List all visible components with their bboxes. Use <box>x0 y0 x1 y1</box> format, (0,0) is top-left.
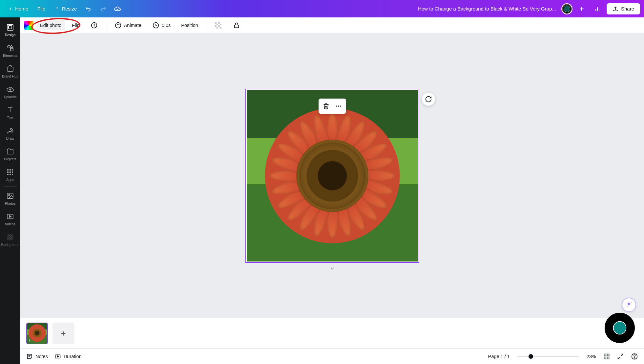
text-icon <box>6 106 14 114</box>
more-horizontal-icon <box>335 103 342 109</box>
svg-rect-45 <box>220 27 221 29</box>
sidebar-item-brand-hub[interactable]: Brand Hub <box>0 61 20 81</box>
transparency-icon <box>214 21 222 29</box>
redo-button[interactable] <box>96 2 110 15</box>
svg-line-28 <box>7 234 11 238</box>
cloud-check-icon <box>114 5 121 12</box>
svg-rect-44 <box>217 27 218 29</box>
duration-button[interactable]: 5.0s <box>148 19 175 32</box>
sidebar-item-uploads[interactable]: Uploads <box>0 81 20 102</box>
bar-chart-icon <box>594 6 601 12</box>
cloud-sync-button[interactable] <box>111 2 124 15</box>
user-avatar[interactable] <box>561 3 572 14</box>
zoom-value: 23% <box>587 354 596 359</box>
info-button[interactable] <box>86 19 102 32</box>
svg-marker-26 <box>10 216 11 217</box>
animate-button[interactable]: Animate <box>110 19 145 32</box>
file-menu[interactable]: File <box>33 3 49 14</box>
element-floating-toolbar <box>319 99 346 114</box>
page-indicator: Page 1 / 1 <box>488 354 510 359</box>
add-member-button[interactable] <box>575 2 588 15</box>
svg-rect-21 <box>10 174 11 175</box>
sidebar-label: Brand Hub <box>2 74 18 78</box>
page-thumbnail[interactable]: 1 <box>26 323 48 344</box>
svg-point-47 <box>336 105 337 106</box>
sunflower-photo[interactable] <box>247 90 418 262</box>
canvas-stage[interactable] <box>20 33 644 318</box>
svg-point-48 <box>338 105 339 106</box>
svg-rect-42 <box>215 25 217 27</box>
sidebar-item-projects[interactable]: Projects <box>0 144 20 164</box>
svg-rect-61 <box>607 357 609 359</box>
collapse-pages-handle[interactable] <box>329 265 335 271</box>
sidebar-item-text[interactable]: Text <box>0 102 20 123</box>
position-button[interactable]: Position <box>177 20 202 30</box>
sidebar-item-elements[interactable]: Elements <box>0 40 20 61</box>
lock-button[interactable] <box>229 19 244 32</box>
canvas-wrapper <box>245 89 419 263</box>
undo-icon <box>85 6 92 12</box>
svg-rect-60 <box>604 357 606 359</box>
home-button[interactable]: Home <box>4 3 32 14</box>
zoom-slider[interactable] <box>517 356 579 357</box>
grid-view-button[interactable] <box>603 353 610 360</box>
sidebar-item-videos[interactable]: Videos <box>0 209 20 229</box>
sidebar-label: Background <box>1 243 19 247</box>
fullscreen-button[interactable] <box>617 353 624 360</box>
share-label: Share <box>621 6 634 11</box>
sidebar-item-background[interactable]: Background <box>0 229 20 250</box>
sidebar-item-apps[interactable]: Apps <box>0 164 20 185</box>
document-title[interactable]: How to Change a Background to Black & Wh… <box>127 6 559 11</box>
sidebar-item-draw[interactable]: Draw <box>0 123 20 144</box>
uploads-icon <box>6 85 14 93</box>
zoom-slider-thumb[interactable] <box>529 354 533 359</box>
sparkle-icon <box>625 301 633 308</box>
resize-label: Resize <box>62 6 77 11</box>
resize-button[interactable]: Resize <box>51 3 81 14</box>
flower-center <box>296 140 368 212</box>
svg-rect-22 <box>12 174 13 175</box>
add-page-button[interactable] <box>52 323 74 344</box>
redo-icon <box>100 6 106 12</box>
help-icon <box>631 353 638 360</box>
duration-value: 5.0s <box>162 23 171 28</box>
insights-button[interactable] <box>591 2 604 15</box>
context-toolbar: Edit photo Flip Animate 5.0s Position <box>20 17 644 33</box>
svg-line-30 <box>9 236 13 240</box>
sidebar-item-photos[interactable]: Photos <box>0 188 20 209</box>
svg-rect-7 <box>9 26 12 29</box>
svg-line-27 <box>7 234 9 236</box>
notes-button[interactable]: Notes <box>26 353 48 360</box>
svg-rect-14 <box>7 169 9 171</box>
edit-photo-button[interactable]: Edit photo <box>36 20 65 30</box>
svg-line-62 <box>621 354 623 356</box>
header-right-group: Share <box>561 2 640 15</box>
svg-rect-9 <box>10 48 13 51</box>
home-label: Home <box>15 6 28 11</box>
sidebar-divider <box>4 186 17 187</box>
delete-element-button[interactable] <box>321 101 332 112</box>
color-picker-button[interactable] <box>24 21 33 30</box>
bottom-footer: Notes Duration Page 1 / 1 23% <box>20 348 644 364</box>
sidebar-label: Apps <box>6 178 14 182</box>
more-element-button[interactable] <box>333 101 344 112</box>
pages-strip: 1 <box>20 318 644 348</box>
videos-icon <box>6 213 14 220</box>
flip-button[interactable]: Flip <box>68 20 83 30</box>
footer-duration-button[interactable]: Duration <box>54 353 82 360</box>
magic-assistant-button[interactable] <box>622 298 636 312</box>
plus-icon <box>60 330 67 337</box>
design-icon <box>6 23 14 31</box>
help-button[interactable] <box>631 353 638 360</box>
svg-point-65 <box>634 357 635 358</box>
transparency-button[interactable] <box>210 19 226 32</box>
regenerate-button[interactable] <box>422 93 435 106</box>
undo-button[interactable] <box>82 2 95 15</box>
sidebar-item-design[interactable]: Design <box>0 19 20 40</box>
design-canvas[interactable] <box>245 89 419 263</box>
sidebar-label: Uploads <box>4 95 17 99</box>
upload-icon <box>613 6 618 12</box>
share-button[interactable]: Share <box>607 3 640 14</box>
svg-rect-16 <box>12 169 13 171</box>
info-icon <box>90 21 98 29</box>
